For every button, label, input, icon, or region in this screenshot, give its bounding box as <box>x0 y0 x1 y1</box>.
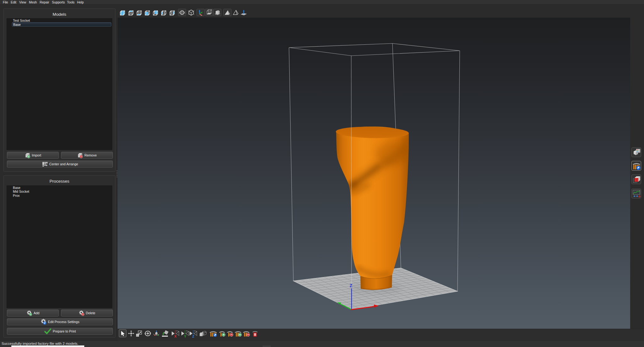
svg-text:Z: Z <box>192 334 194 338</box>
svg-text:X: X <box>174 334 177 338</box>
svg-text:Y: Y <box>184 334 186 338</box>
svg-text:Z: Z <box>350 283 353 288</box>
